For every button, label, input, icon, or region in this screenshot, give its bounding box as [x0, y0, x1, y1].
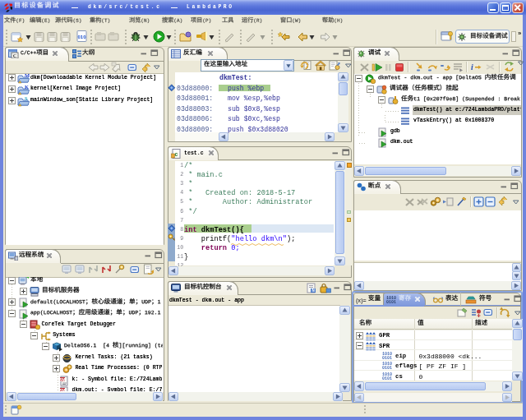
- svg-text:c: c: [175, 151, 178, 157]
- svg-text:0101: 0101: [382, 366, 392, 370]
- svg-text:S: S: [25, 95, 28, 101]
- svg-text:SM: SM: [60, 389, 66, 391]
- svg-text:0101: 0101: [382, 376, 392, 381]
- svg-text:010: 010: [77, 35, 86, 39]
- svg-text:N: N: [311, 288, 314, 293]
- svg-text:0101: 0101: [386, 300, 396, 304]
- svg-text:0101: 0101: [382, 356, 392, 360]
- svg-text:SM: SM: [60, 377, 66, 381]
- svg-text:M: M: [25, 72, 30, 78]
- svg-text:(x)=: (x)=: [356, 298, 367, 304]
- svg-text:i: i: [471, 62, 473, 72]
- svg-text:K: K: [25, 84, 29, 90]
- svg-text:C: C: [13, 53, 17, 58]
